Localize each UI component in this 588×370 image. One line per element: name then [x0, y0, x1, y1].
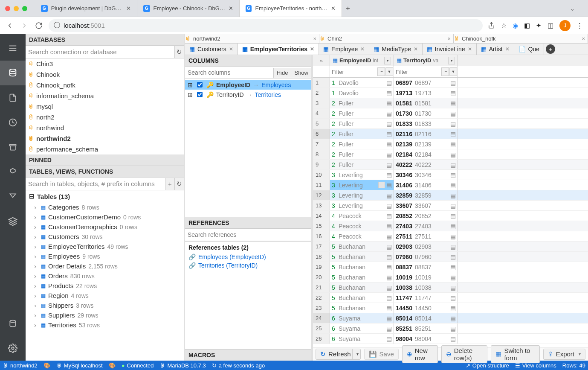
menu-icon[interactable] — [0, 36, 26, 61]
filter-menu-icon[interactable]: ⋯ — [377, 67, 385, 76]
document-tab[interactable]: ▦MediaType✕ — [369, 44, 422, 55]
form-icon[interactable]: ▤ — [450, 79, 456, 86]
dropdown-icon[interactable]: ▾ — [384, 57, 391, 64]
chevron-right-icon[interactable]: › — [34, 292, 38, 299]
settings-icon[interactable] — [0, 336, 26, 361]
form-icon[interactable]: ▤ — [450, 233, 456, 240]
form-icon[interactable]: ▤ — [450, 325, 456, 332]
close-icon[interactable]: ✕ — [310, 46, 314, 52]
chevron-down-icon[interactable]: ⌄ — [570, 5, 588, 12]
table-item[interactable]: ›▦Order Details 2,155 rows — [26, 261, 184, 271]
form-icon[interactable]: ▤ — [450, 202, 456, 209]
chrome-tab[interactable]: GEmployee - Chinook - DbGate✕ — [137, 0, 240, 17]
grid-cell[interactable]: 5Buchanan▤ — [330, 303, 394, 313]
row-number[interactable]: 1 — [313, 78, 330, 87]
adblock-icon[interactable]: ◉ — [513, 22, 518, 29]
columns-search-input[interactable] — [185, 67, 273, 79]
form-icon[interactable]: ▤ — [450, 141, 456, 148]
grid-cell[interactable]: 2Fuller▤ — [330, 98, 394, 108]
column-item[interactable]: ⊞🔑EmployeeID→Employees — [185, 80, 311, 90]
grid-cell[interactable]: 0218402184▤ — [394, 149, 458, 159]
grid-row[interactable]: 24 6Suyama▤ 8501485014▤ — [313, 313, 588, 323]
url-bar[interactable]: ⓘ localhost:5001 — [49, 19, 483, 32]
close-icon[interactable]: × — [447, 35, 453, 42]
chevron-right-icon[interactable]: › — [34, 312, 38, 319]
database-item[interactable]: 🛢Chin3 — [26, 58, 184, 69]
reference-link[interactable]: 🔗Employees (EmployeeID) — [188, 253, 308, 261]
row-number[interactable]: 26 — [313, 334, 330, 344]
close-icon[interactable]: ✕ — [414, 46, 418, 52]
status-theme-icon-2[interactable]: 🎨 — [109, 362, 116, 369]
form-icon[interactable]: ▤ — [450, 131, 456, 137]
database-item[interactable]: 🛢mysql — [26, 101, 184, 112]
grid-cell[interactable]: 1Davolio▤ — [330, 88, 394, 98]
row-number[interactable]: 10 — [313, 170, 330, 180]
grid-cell[interactable]: 3Leverling▤ — [330, 190, 394, 200]
grid-cell[interactable]: 1Davolio▤ — [330, 78, 394, 87]
grid-cell[interactable]: 4022240222▤ — [394, 160, 458, 169]
reload-button[interactable] — [32, 18, 46, 33]
grid-row[interactable]: 21 5Buchanan▤ 1003810038▤ — [313, 283, 588, 293]
grid-row[interactable]: 7 2Fuller▤ 0213902139▤ — [313, 139, 588, 149]
expand-icon[interactable]: ⊞ — [188, 91, 193, 98]
form-icon[interactable]: ▤ — [386, 120, 392, 127]
extension-icon[interactable]: ◧ — [524, 22, 530, 29]
form-icon[interactable]: ▤ — [450, 253, 456, 260]
bookmark-icon[interactable]: ☆ — [501, 22, 507, 29]
grid-cell[interactable]: 2Fuller▤ — [330, 129, 394, 139]
filter-input[interactable] — [330, 67, 377, 77]
database-search-input[interactable] — [26, 46, 174, 58]
column-checkbox[interactable] — [197, 92, 203, 97]
grid-row[interactable]: 17 5Buchanan▤ 0290302903▤ — [313, 242, 588, 252]
dropdown-icon[interactable]: ▾ — [448, 57, 455, 64]
view-columns-button[interactable]: ☰ View columns — [515, 362, 556, 369]
grid-row[interactable]: 26 6Suyama▤ 9800498004▤ — [313, 334, 588, 344]
files-icon[interactable] — [0, 85, 26, 110]
expand-icon[interactable]: ⊞ — [188, 82, 193, 88]
form-icon[interactable]: ▤ — [450, 223, 456, 230]
save-button[interactable]: 💾Save — [364, 349, 399, 360]
grid-row[interactable]: 9 2Fuller▤ 4022240222▤ — [313, 160, 588, 170]
grid-cell[interactable]: 2Fuller▤ — [330, 108, 394, 118]
form-icon[interactable]: ▤ — [450, 192, 456, 199]
tables-search-input[interactable] — [26, 178, 165, 190]
refresh-button[interactable]: ↻Refresh▾ — [316, 349, 361, 360]
tables-tree-header[interactable]: ⊟ Tables (13) — [26, 190, 184, 202]
close-icon[interactable]: × — [313, 35, 319, 42]
close-icon[interactable]: ✕ — [468, 46, 472, 52]
puzzle-icon[interactable]: ✦ — [536, 22, 542, 29]
close-icon[interactable]: ✕ — [505, 46, 510, 52]
form-icon[interactable]: ▤ — [386, 79, 392, 86]
table-item[interactable]: ›▦Categories 8 rows — [26, 202, 184, 212]
database-item[interactable]: 🛢performance_schema — [26, 144, 184, 154]
row-number[interactable]: 19 — [313, 262, 330, 272]
grid-cell[interactable]: 0689706897▤ — [394, 78, 458, 87]
form-icon[interactable]: ▤ — [386, 172, 392, 178]
grid-row[interactable]: 22 5Buchanan▤ 1174711747▤ — [313, 293, 588, 303]
form-icon[interactable]: ▤ — [386, 161, 392, 168]
funnel-icon[interactable]: ▼ — [449, 67, 457, 76]
chevron-right-icon[interactable]: › — [34, 233, 38, 240]
grid-row[interactable]: 25 6Suyama▤ 8525185251▤ — [313, 323, 588, 334]
grid-cell[interactable]: 3Leverling⋯▤ — [330, 180, 394, 190]
grid-cell[interactable]: 0290302903▤ — [394, 242, 458, 251]
window-maximize-icon[interactable] — [22, 6, 27, 11]
grid-row[interactable]: 19 5Buchanan▤ 0883708837▤ — [313, 262, 588, 272]
grid-row[interactable]: 12 3Leverling▤ 3285932859▤ — [313, 190, 588, 201]
grid-cell[interactable]: 0211602116▤ — [394, 129, 458, 139]
form-icon[interactable]: ▤ — [386, 151, 392, 158]
column-reference[interactable]: Territories — [255, 91, 281, 98]
switch-to-form-button[interactable]: ▦Switch to form — [491, 345, 539, 363]
grid-cell[interactable]: 2740327403▤ — [394, 221, 458, 231]
row-number[interactable]: 21 — [313, 283, 330, 292]
grid-cell[interactable]: 6Suyama▤ — [330, 313, 394, 323]
grid-cell[interactable]: 4Peacock▤ — [330, 231, 394, 241]
back-button[interactable] — [3, 18, 17, 33]
table-item[interactable]: ›▦Orders 830 rows — [26, 271, 184, 281]
grid-cell[interactable]: 2Fuller▤ — [330, 149, 394, 159]
status-database[interactable]: 🛢 northwind2 — [3, 362, 38, 369]
grid-cell[interactable]: 5Buchanan▤ — [330, 262, 394, 272]
row-number[interactable]: 17 — [313, 242, 330, 251]
refresh-objects-icon[interactable]: ↻ — [174, 178, 184, 190]
server-icon[interactable] — [0, 311, 26, 336]
